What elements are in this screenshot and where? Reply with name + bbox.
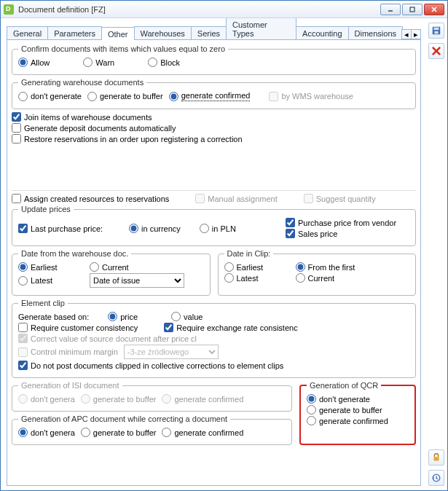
radio-qcr-buffer[interactable]: generate to buffer [307, 405, 382, 415]
radio-clip-current[interactable]: Current [296, 273, 335, 283]
tab-parameters[interactable]: Parameters [47, 26, 102, 39]
check-dont-post[interactable]: Do not post documents clipped in collect… [18, 361, 283, 370]
check-restore-res[interactable]: Restore reservations in an order upon re… [12, 134, 243, 144]
check-assign-resources[interactable]: Assign created resources to reservations [12, 194, 169, 203]
window-title: Document definition [FZ] [18, 5, 380, 14]
radio-value[interactable]: value [171, 312, 203, 321]
tab-strip: General Parameters Other Warehouses Seri… [7, 24, 421, 40]
radio-apc-confirmed[interactable]: generate confirmed [162, 428, 243, 437]
group-legend: Update prices [18, 205, 74, 213]
titlebar: Document definition [FZ] [1, 1, 447, 18]
svg-rect-1 [410, 7, 414, 12]
tab-general[interactable]: General [7, 26, 48, 39]
group-gen-isi: Generation of ISI document don't genera … [12, 381, 292, 412]
close-button[interactable] [424, 4, 444, 15]
radio-dont-generate[interactable]: don't generate [18, 92, 82, 101]
radio-isi-confirmed: generate confirmed [162, 394, 243, 404]
maximize-button[interactable] [402, 4, 423, 15]
lock-button[interactable] [428, 449, 444, 466]
tab-warehouses[interactable]: Warehouses [134, 26, 192, 39]
delete-button[interactable] [428, 43, 444, 59]
group-gen-warehouse: Generating warehouse documents don't gen… [12, 78, 416, 109]
tab-other[interactable]: Other [101, 27, 135, 40]
check-last-purchase[interactable]: Last purchase price: [18, 224, 103, 233]
radio-latest[interactable]: Latest [18, 276, 84, 286]
radio-apc-buffer[interactable]: generate to buffer [81, 428, 157, 437]
minimize-button[interactable] [380, 4, 401, 15]
group-legend: Date in Clip: [224, 249, 274, 258]
tab-dimensions[interactable]: Dimensions [348, 26, 403, 39]
group-legend: Generating warehouse documents [18, 78, 146, 87]
check-correct-value: Correct value of source document after p… [18, 334, 197, 343]
check-join-items[interactable]: Join items of warehouse documents [12, 112, 152, 122]
group-confirm-zero: Confirm documents with items which value… [12, 44, 416, 75]
group-gen-apc: Generation of APC document while correct… [12, 415, 292, 445]
radio-apc-dont[interactable]: don't genera [18, 428, 75, 437]
check-req-exchange[interactable]: Require exchange rate consistenc [164, 323, 297, 332]
radio-qcr-dont[interactable]: don't generate [307, 394, 370, 404]
tab-customer-types[interactable]: Customer Types [226, 18, 296, 39]
group-legend: Generation of QCR [307, 381, 381, 390]
group-legend: Element clip [18, 299, 68, 307]
radio-price[interactable]: price [108, 312, 138, 321]
tab-accounting[interactable]: Accounting [296, 26, 348, 39]
floppy-icon [431, 25, 441, 36]
group-date-clip: Date in Clip: Earliest From the first La… [218, 249, 417, 296]
radio-gen-buffer[interactable]: generate to buffer [87, 92, 163, 101]
check-sales-price[interactable]: Sales price [286, 229, 337, 238]
radio-clip-earliest[interactable]: Earliest [224, 262, 290, 272]
tab-series[interactable]: Series [191, 26, 227, 39]
radio-block[interactable]: Block [148, 58, 180, 67]
radio-earliest[interactable]: Earliest [18, 262, 84, 272]
check-by-wms: by WMS warehouse [269, 92, 353, 101]
group-element-clip: Element clip Generate based on: price va… [12, 299, 416, 378]
group-legend: Date from the warehouse doc. [18, 249, 131, 258]
label-generate-based-on: Generate based on: [18, 313, 89, 321]
check-manual-assignment: Manual assignment [195, 194, 277, 203]
check-control-margin: Control minimum margin [18, 347, 118, 357]
radio-clip-first[interactable]: From the first [296, 262, 355, 272]
tabs-scroll-left[interactable]: ◂ [401, 29, 412, 39]
history-button[interactable] [428, 470, 444, 486]
radio-allow[interactable]: Allow [18, 58, 50, 67]
radio-in-currency[interactable]: in currency [129, 224, 181, 233]
group-legend: Generation of ISI document [18, 381, 122, 390]
select-margin: -3-ze źródłowego [124, 345, 219, 359]
group-gen-qcr: Generation of QCR don't generate generat… [299, 381, 416, 445]
svg-rect-9 [434, 457, 439, 460]
group-date-warehouse: Date from the warehouse doc. Earliest Cu… [12, 249, 211, 296]
group-update-prices: Update prices Last purchase price: in cu… [12, 205, 416, 246]
check-deposit[interactable]: Generate deposit documents automatically [12, 123, 176, 133]
radio-gen-confirmed[interactable]: generate confirmed [169, 91, 251, 101]
radio-isi-dont: don't genera [18, 394, 75, 404]
x-icon [431, 46, 441, 56]
history-icon [431, 473, 441, 483]
check-suggest-quantity: Suggest quantity [304, 194, 376, 203]
check-vendor-price[interactable]: Purchase price from vendor [286, 218, 396, 227]
svg-rect-6 [434, 31, 438, 34]
radio-clip-latest[interactable]: Latest [224, 273, 290, 283]
check-req-customer[interactable]: Require customer consistency [18, 323, 138, 332]
svg-rect-5 [434, 28, 439, 31]
group-legend: Generation of APC document while correct… [18, 415, 230, 423]
radio-in-pln[interactable]: in PLN [200, 224, 236, 233]
app-icon [4, 4, 14, 15]
radio-warn[interactable]: Warn [83, 58, 114, 67]
select-date-of-issue[interactable]: Date of issue [90, 273, 184, 288]
radio-qcr-confirmed[interactable]: generate confirmed [307, 416, 388, 425]
group-legend: Confirm documents with items which value… [18, 44, 228, 53]
radio-current[interactable]: Current [90, 262, 129, 272]
radio-isi-buffer: generate to buffer [81, 394, 157, 404]
tabs-scroll-right[interactable]: ▸ [411, 29, 421, 39]
save-button[interactable] [428, 23, 444, 39]
lock-icon [431, 452, 441, 463]
